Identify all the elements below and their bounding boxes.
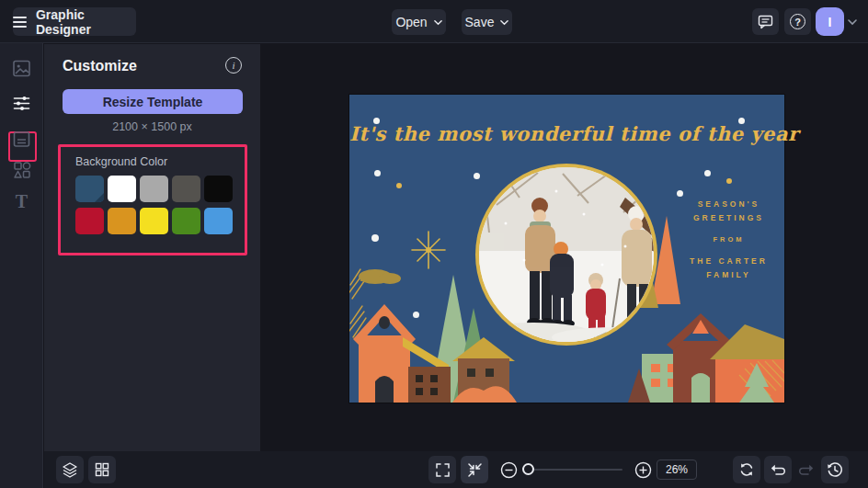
undo-button[interactable] — [764, 456, 792, 483]
swatch-current-blue[interactable] — [75, 176, 104, 202]
account-chevron-icon[interactable] — [848, 17, 857, 27]
fit-to-screen-button[interactable] — [461, 456, 488, 483]
design-canvas[interactable]: It's the most wonderful time of the year… — [349, 95, 784, 403]
zoom-out-button[interactable] — [495, 456, 522, 483]
sidebar-item-customize[interactable] — [0, 87, 43, 119]
refresh-icon — [738, 461, 755, 478]
undo-icon — [770, 461, 786, 478]
snow-dot — [677, 190, 683, 197]
snow-dot — [474, 173, 480, 179]
image-icon — [12, 59, 31, 78]
swatch-red[interactable] — [75, 208, 104, 234]
gold-dot — [726, 178, 732, 184]
info-icon[interactable]: i — [225, 57, 242, 74]
card-headline-text[interactable]: It's the most wonderful time of the year — [349, 122, 784, 145]
card-greeting-text[interactable]: SEASON'S GREETINGS FROM THE CARTER FAMIL… — [676, 198, 782, 282]
canvas-dimensions: 2100 × 1500 px — [44, 120, 260, 133]
sliders-icon — [12, 94, 31, 113]
top-bar: Graphic Designer Open Save ? I — [0, 0, 868, 43]
main-menu-button[interactable]: Graphic Designer — [13, 7, 136, 36]
collapse-icon — [467, 462, 483, 478]
plus-circle-icon — [634, 461, 652, 479]
swatch-white[interactable] — [108, 176, 136, 202]
sidebar-item-graphics[interactable] — [0, 154, 43, 186]
bottom-toolbar: 26% — [44, 451, 868, 488]
text-icon: T — [16, 191, 28, 212]
snow-dot — [413, 312, 419, 318]
minus-circle-icon — [500, 461, 518, 479]
swatch-dark-gray[interactable] — [172, 176, 200, 202]
hamburger-icon — [13, 17, 27, 28]
grid-icon — [95, 462, 109, 477]
houses-right — [628, 313, 784, 403]
swatch-yellow[interactable] — [140, 208, 168, 234]
cloud-shape — [359, 269, 401, 284]
history-button[interactable] — [821, 456, 849, 483]
layers-button[interactable] — [56, 456, 84, 483]
app-title: Graphic Designer — [36, 7, 136, 37]
sidebar-item-text[interactable]: T — [0, 186, 43, 217]
expand-icon — [435, 462, 451, 478]
zoom-slider-knob[interactable] — [522, 463, 534, 475]
zoom-slider[interactable] — [524, 469, 622, 471]
account-avatar[interactable]: I — [816, 7, 844, 36]
background-color-section: Background Color — [58, 144, 247, 255]
chevron-down-icon — [500, 18, 508, 27]
sidebar-item-images[interactable] — [0, 52, 43, 84]
gold-dot — [396, 183, 402, 188]
color-swatch-grid — [75, 176, 234, 234]
zoom-in-button[interactable] — [629, 456, 657, 483]
help-icon: ? — [790, 14, 805, 29]
panel-title: Customize — [63, 58, 137, 74]
snow-dot — [704, 170, 711, 176]
snow-dot — [374, 170, 381, 176]
background-color-label: Background Color — [75, 155, 167, 168]
house-left — [353, 304, 451, 403]
swatch-green[interactable] — [172, 208, 200, 234]
grid-view-button[interactable] — [88, 456, 116, 483]
panel-icon — [12, 130, 31, 149]
layers-icon — [62, 461, 78, 478]
zoom-percentage[interactable]: 26% — [657, 460, 697, 480]
swatch-light-gray[interactable] — [140, 176, 168, 202]
redo-icon — [798, 461, 815, 478]
sidebar-item-templates[interactable] — [0, 123, 43, 154]
open-button[interactable]: Open — [392, 9, 446, 35]
sparkle-icon — [412, 232, 445, 268]
redo-button[interactable] — [793, 456, 820, 483]
refresh-button[interactable] — [733, 456, 760, 483]
graphic-designer-app: Graphic Designer Open Save ? I — [0, 0, 868, 488]
shapes-icon — [12, 160, 32, 180]
help-button[interactable]: ? — [784, 8, 811, 35]
swatch-orange[interactable] — [108, 208, 136, 234]
photo-frame — [475, 164, 680, 347]
swatch-black[interactable] — [204, 176, 233, 202]
swatch-blue[interactable] — [204, 208, 233, 234]
feedback-button[interactable] — [752, 8, 779, 35]
tool-rail: T — [0, 43, 43, 488]
chevron-down-icon — [434, 18, 442, 27]
fullscreen-button[interactable] — [428, 456, 456, 483]
resize-template-button[interactable]: Resize Template — [63, 89, 243, 114]
moon-dot — [371, 234, 379, 242]
customize-panel: Customize i Resize Template 2100 × 1500 … — [44, 44, 260, 488]
history-icon — [827, 461, 843, 478]
chat-icon — [758, 14, 773, 29]
save-button[interactable]: Save — [462, 9, 512, 35]
